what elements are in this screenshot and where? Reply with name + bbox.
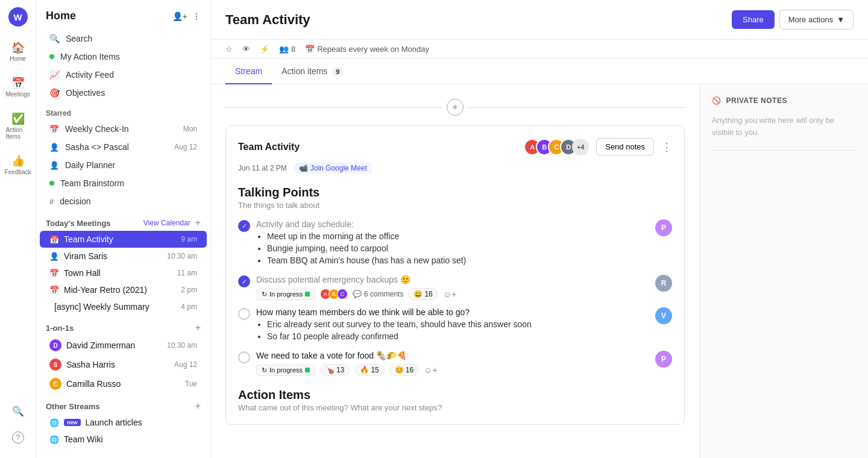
starred-daily-planner[interactable]: 👤 Daily Planner	[40, 156, 207, 174]
meeting-team-activity[interactable]: 📅 Team Activity 9 am	[40, 231, 207, 248]
send-notes-button[interactable]: Send notes	[596, 138, 654, 155]
sidebar-meetings-icon[interactable]: 📅 Meetings	[2, 72, 34, 102]
talking-text-3: How many team members do we think will b…	[256, 307, 655, 344]
action-items-badge: 9	[332, 67, 343, 76]
repeats-meta[interactable]: 📅 Repeats every week on Monday	[305, 45, 429, 54]
talking-points-section: Talking Points The things to talk about …	[238, 186, 672, 376]
avatar-icon: 👤	[49, 252, 59, 261]
sidebar-header-icons: 👤+ ⋮	[172, 11, 201, 21]
stream-icon: 🌐	[49, 418, 59, 427]
members-meta[interactable]: 👥 8	[279, 45, 295, 54]
progress-badge-2[interactable]: ↻ In progress	[256, 289, 315, 300]
meeting-midyear-retro[interactable]: 📅 Mid-Year Retro (2021) 2 pm	[40, 281, 207, 298]
tab-action-items[interactable]: Action items 9	[272, 59, 353, 84]
more-actions-button[interactable]: More actions ▼	[779, 10, 854, 30]
meeting-town-hall[interactable]: 📅 Town Hall 11 am	[40, 265, 207, 281]
other-streams-label: Other Streams	[46, 402, 100, 411]
divider-line	[225, 107, 442, 108]
starred-weekly-checkin[interactable]: 📅 Weekly Check-In Mon	[40, 120, 207, 138]
meeting-viram-saris[interactable]: 👤 Viram Saris 10:30 am	[40, 248, 207, 265]
avatar-sasha: S	[49, 359, 61, 371]
item-avatar-1: P	[655, 219, 672, 236]
starred-team-brainstorm[interactable]: Team Brainstorm	[40, 174, 207, 192]
sidebar-search-label: Search	[66, 34, 92, 43]
comment-icon: 💬	[353, 290, 362, 298]
add-reaction-4[interactable]: ☺+	[424, 365, 437, 375]
meeting-more-options-button[interactable]: ⋮	[661, 140, 672, 154]
sidebar-action-items-label: My Action Items	[60, 52, 120, 61]
sidebar-item-activity-feed[interactable]: 📈 Activity Feed	[40, 66, 207, 84]
meeting-card-title: Team Activity	[238, 142, 300, 152]
main-body: + Team Activity A B C D +4 Send	[211, 84, 868, 458]
calendar-icon: 📅	[49, 235, 59, 244]
starred-decision[interactable]: # decision	[40, 192, 207, 210]
check-empty-icon-3[interactable]	[238, 308, 250, 320]
more-options-icon[interactable]: ⋮	[192, 11, 201, 21]
lightning-icon: ⚡	[260, 45, 269, 54]
private-notes-placeholder[interactable]: Anything you write here will only be vis…	[712, 114, 856, 138]
star-meta[interactable]: ☆	[225, 45, 233, 54]
sidebar-help-icon[interactable]: ?	[2, 427, 34, 448]
sidebar-item-search[interactable]: 🔍 Search	[40, 30, 207, 48]
add-section-button[interactable]: +	[447, 99, 464, 116]
person-icon: 👤	[49, 161, 59, 170]
one-on-one-camilla[interactable]: C Camilla Russo Tue	[40, 374, 207, 394]
eye-icon: 👁	[242, 45, 250, 54]
new-badge: new	[64, 419, 81, 426]
emoji-reaction-4c[interactable]: 😊 16	[389, 364, 419, 376]
talking-item-2: Discuss potential emergency backups 🙂 ↻ …	[238, 275, 672, 300]
emoji-reaction-4a[interactable]: 🍗 13	[320, 364, 350, 376]
item-avatar-4: P	[655, 351, 672, 368]
sidebar-feedback-icon[interactable]: 👍 Feedback	[2, 149, 34, 180]
comment-count-2[interactable]: 💬 6 comments	[353, 290, 403, 298]
add-one-on-one-button[interactable]: +	[195, 322, 201, 333]
meeting-async-weekly[interactable]: [async] Weekly Summary 4 pm	[40, 298, 207, 315]
action-items-dot	[49, 54, 54, 59]
share-button[interactable]: Share	[732, 10, 775, 29]
check-empty-icon-4[interactable]	[238, 351, 250, 363]
lightning-meta[interactable]: ⚡	[260, 45, 269, 54]
sidebar-title: Home	[46, 10, 76, 22]
add-stream-button[interactable]: +	[195, 401, 201, 412]
avatar-david: D	[49, 339, 61, 351]
add-reaction-2[interactable]: ☺+	[443, 289, 456, 299]
check-done-icon-2[interactable]	[238, 275, 250, 287]
talking-text-2: Discuss potential emergency backups 🙂 ↻ …	[256, 275, 655, 300]
starred-sasha-pascal[interactable]: 👤 Sasha <> Pascal Aug 12	[40, 138, 207, 156]
google-meet-link[interactable]: 📹 Join Google Meet	[294, 163, 372, 174]
commenter-3: C	[337, 289, 348, 300]
one-on-one-sasha[interactable]: S Sasha Harris Aug 12	[40, 355, 207, 374]
one-on-one-david[interactable]: D David Zimmerman 10:30 am	[40, 336, 207, 355]
emoji-reaction-4b[interactable]: 🔥 15	[354, 364, 384, 376]
search-icon: 🔍	[49, 34, 60, 43]
sidebar-home-icon[interactable]: 🏠 Home	[2, 36, 34, 67]
green-square	[305, 292, 310, 296]
bullet-list-1: Meet up in the morning at the office Bun…	[267, 231, 655, 265]
sidebar-search-bottom-icon[interactable]: 🔍	[2, 401, 34, 422]
user-avatar[interactable]: W	[8, 7, 28, 27]
comment-avatars: A B C	[320, 289, 348, 300]
header-actions: Share More actions ▼	[732, 10, 854, 30]
tab-stream[interactable]: Stream	[225, 59, 272, 84]
action-items-section: Action Items What came out of this meeti…	[238, 388, 672, 412]
view-calendar-link[interactable]: View Calendar	[143, 219, 190, 227]
hash-icon: #	[49, 197, 54, 206]
eye-meta[interactable]: 👁	[242, 45, 250, 54]
progress-badge-4[interactable]: ↻ In progress	[256, 365, 315, 376]
sidebar-item-action-items[interactable]: My Action Items	[40, 48, 207, 66]
sidebar-item-objectives[interactable]: 🎯 Objectives	[40, 84, 207, 102]
check-done-icon-1[interactable]	[238, 220, 250, 232]
green-square-4	[305, 368, 310, 372]
stream-team-wiki[interactable]: 🌐 Team Wiki	[40, 431, 207, 448]
add-person-icon[interactable]: 👤+	[172, 11, 187, 21]
sidebar-action-items-icon[interactable]: ✅ Action Items	[2, 107, 34, 145]
bullet-list-3: Eric already sent out survey to the team…	[267, 319, 655, 341]
private-notes-panel: 🚫 PRIVATE NOTES Anything you write here …	[699, 84, 868, 458]
avatar-icon: 👤	[49, 143, 59, 152]
add-meeting-button[interactable]: +	[195, 218, 201, 228]
stream-launch-articles[interactable]: 🌐 new Launch articles	[40, 414, 207, 431]
sidebar-header: Home 👤+ ⋮	[36, 10, 210, 30]
icon-sidebar: W 🏠 Home 📅 Meetings ✅ Action Items 👍 Fee…	[0, 0, 36, 458]
emoji-reaction-2[interactable]: 😀 16	[408, 288, 438, 300]
wiki-icon: 🌐	[49, 435, 59, 444]
